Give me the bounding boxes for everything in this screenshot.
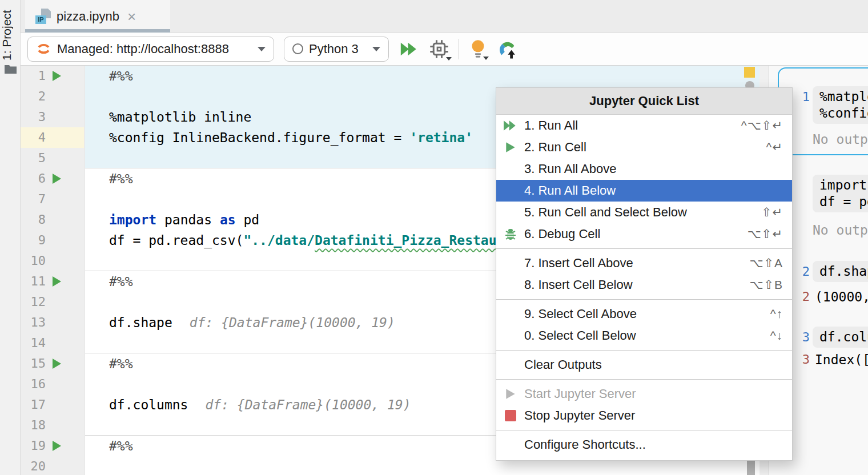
menu-item-label: 3. Run All Above [524, 162, 783, 176]
start-icon [502, 387, 519, 401]
menu-item-9-select-cell-above[interactable]: 9. Select Cell Above^↑ [496, 303, 792, 325]
menu-item-label: 4. Run All Below [524, 183, 783, 198]
line-number: 4 [21, 127, 46, 148]
code-text: %matplotlib inline [109, 110, 251, 124]
code-text: df = pd.read_csv( [109, 233, 243, 248]
preview-code-cell[interactable]: %matplotlib inline%config InlineBackend.… [813, 86, 868, 124]
menu-item-label: 1. Run All [524, 118, 741, 133]
run-all-button[interactable] [399, 40, 419, 58]
menu-icon-slot [502, 205, 519, 220]
menu-item-label: Start Jupyter Server [524, 387, 783, 401]
run-cell-gutter-icon[interactable] [53, 359, 61, 369]
code-text: Datafiniti_Pizza_Restaura [315, 233, 512, 248]
run-icon [502, 140, 519, 155]
menu-item-6-debug-cell[interactable]: 6. Debug Cell⌥⇧↵ [496, 223, 792, 245]
gutter-line: 10 [21, 251, 84, 271]
preview-code-cell[interactable]: df.shape [813, 261, 868, 282]
menu-icon-slot [502, 328, 519, 343]
gutter-line: 11 [21, 271, 84, 292]
menu-item-shortcut: ^⌥⇧↵ [741, 119, 783, 132]
gutter-line: 16 [21, 374, 84, 395]
menu-icon-slot [502, 277, 519, 292]
menu-item-label: 6. Debug Cell [524, 227, 748, 241]
menu-item-start-jupyter-server[interactable]: Start Jupyter Server [496, 383, 792, 405]
project-toolwindow-label[interactable]: 1: Project [0, 7, 21, 64]
menu-item-1-run-all[interactable]: 1. Run All^⌥⇧↵ [496, 115, 792, 136]
run-cell-gutter-icon[interactable] [53, 276, 61, 287]
menu-item-stop-jupyter-server[interactable]: Stop Jupyter Server [496, 405, 792, 426]
line-number: 2 [21, 86, 46, 107]
menu-item-shortcut: ⌥⇧↵ [748, 227, 783, 241]
menu-item-label: 9. Select Cell Above [524, 307, 770, 321]
line-number: 16 [21, 374, 46, 395]
menu-item-3-run-all-above[interactable]: 3. Run All Above [496, 158, 792, 180]
gutter-line: 14 [21, 333, 84, 353]
menu-separator [496, 245, 792, 252]
run-cell-gutter-icon[interactable] [53, 441, 61, 451]
tab-title: pizza.ipynb [57, 9, 119, 24]
code-text: 'retina' [409, 130, 473, 145]
code-text: pd [236, 212, 260, 227]
menu-item-2-run-cell[interactable]: 2. Run Cell^↵ [496, 136, 792, 158]
intention-actions-button[interactable] [469, 39, 487, 59]
menu-icon-slot [502, 357, 519, 372]
gutter-line: 19 [21, 436, 84, 456]
gutter-line: 2 [21, 86, 84, 107]
menu-item-label: Stop Jupyter Server [524, 408, 783, 423]
menu-item-label: 5. Run Cell and Select Below [524, 205, 762, 220]
preview-code-line: df.shape [819, 263, 868, 280]
menu-item-configure-shortcuts[interactable]: Configure Shortcuts... [496, 434, 792, 456]
server-selector-label: Managed: http://localhost:8888 [57, 42, 252, 57]
menu-item-label: 2. Run Cell [524, 140, 766, 155]
kernel-chip-icon [429, 39, 449, 59]
menu-icon-slot [502, 437, 519, 452]
menu-item-clear-outputs[interactable]: Clear Outputs [496, 354, 792, 376]
menu-item-0-select-cell-below[interactable]: 0. Select Cell Below^↓ [496, 325, 792, 347]
output-prompt-number: 3 [790, 352, 810, 367]
gutter-line: 8 [21, 210, 84, 230]
gutter-line: 6 [21, 168, 84, 189]
menu-item-shortcut: ⇧↵ [762, 206, 783, 219]
preview-code-cell[interactable]: import pandas as pddf = pd.read_csv("../… [813, 175, 868, 212]
code-text: as [220, 212, 236, 227]
menu-item-7-insert-cell-above[interactable]: 7. Insert Cell Above⌥⇧A [496, 252, 792, 274]
chevron-down-icon [372, 47, 380, 51]
gutter-line: 15 [21, 353, 84, 374]
menu-item-shortcut: ^↵ [766, 140, 783, 154]
gutter-line: 9 [21, 230, 84, 251]
editor-gutter: 1234567891011121314151617181920 [21, 66, 85, 475]
menu-item-8-insert-cell-below[interactable]: 8. Insert Cell Below⌥⇧B [496, 274, 792, 296]
publish-sync-button[interactable] [497, 39, 517, 59]
tab-close-icon[interactable]: × [127, 11, 136, 22]
menu-icon-slot [502, 307, 519, 321]
gutter-line: 4 [21, 127, 84, 148]
line-number: 6 [21, 168, 46, 189]
code-text: import [109, 212, 156, 227]
preview-code-line: import pandas as pd [819, 177, 868, 194]
restart-kernel-button[interactable] [429, 39, 449, 59]
inspection-marker[interactable] [744, 67, 755, 78]
line-number: 12 [21, 292, 46, 312]
line-number: 7 [21, 189, 46, 210]
kernel-status-icon [292, 43, 303, 54]
gutter-line: 12 [21, 292, 84, 312]
code-text: df.columns [109, 397, 188, 412]
kernel-selector[interactable]: Python 3 [284, 37, 389, 62]
tab-pizza-ipynb[interactable]: IP pizza.ipynb × [25, 0, 170, 33]
server-selector[interactable]: Managed: http://localhost:8888 [27, 37, 274, 62]
menu-item-5-run-cell-and-select-below[interactable]: 5. Run Cell and Select Below⇧↵ [496, 202, 792, 223]
run-cell-gutter-icon[interactable] [53, 174, 61, 184]
project-toolwindow-bar[interactable]: 1: Project [0, 0, 21, 475]
run-cell-gutter-icon[interactable] [53, 71, 61, 81]
gutter-line: 5 [21, 148, 84, 168]
code-line[interactable]: #%% [85, 66, 760, 86]
line-number: 11 [21, 271, 46, 292]
run-all-icon [399, 40, 419, 58]
preview-code-cell[interactable]: df.columns [813, 327, 868, 348]
jupyter-toolbar: Managed: http://localhost:8888 Python 3 [21, 33, 868, 66]
line-number: 9 [21, 230, 46, 251]
menu-item-4-run-all-below[interactable]: 4. Run All Below [496, 180, 792, 202]
menu-item-label: 7. Insert Cell Above [524, 256, 749, 271]
preview-code-line: %matplotlib inline [819, 88, 868, 105]
inline-type-hint: df: {DataFrame}(10000, 19) [205, 397, 411, 412]
